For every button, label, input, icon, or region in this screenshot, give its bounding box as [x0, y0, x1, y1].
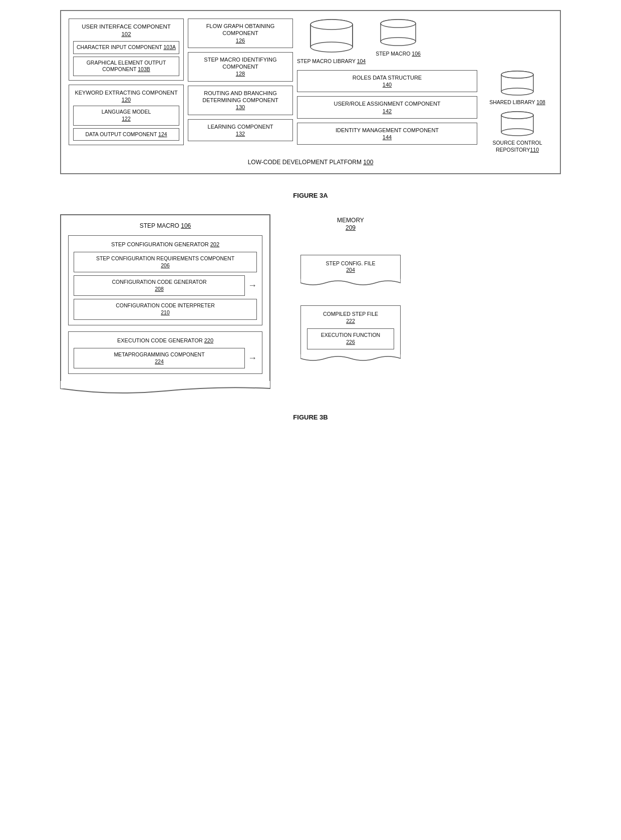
platform-label: LOW-CODE DEVELOPMENT PLATFORM 100 — [69, 159, 552, 166]
svg-point-10 — [381, 38, 416, 46]
learning-box: LEARNING COMPONENT 132 — [188, 119, 293, 142]
svg-point-4 — [310, 42, 353, 52]
char-input-box: CHARACTER INPUT COMPONENT 103A — [73, 41, 179, 54]
step-macro-library-label: STEP MACRO LIBRARY 104 — [297, 58, 366, 65]
compiled-step-outer: COMPILED STEP FILE 222 EXECUTION FUNCTIO… — [300, 305, 401, 354]
arrow-right-2: → — [248, 353, 257, 363]
fig3a-columns: USER INTERFACE COMPONENT 102 CHARACTER I… — [69, 19, 552, 154]
mid-column: FLOW GRAPH OBTAINING COMPONENT 126 STEP … — [188, 19, 293, 154]
ui-component-box: USER INTERFACE COMPONENT 102 CHARACTER I… — [69, 19, 184, 81]
shared-library-svg — [500, 70, 535, 98]
svg-point-5 — [310, 20, 353, 30]
step-config-gen-outer: STEP CONFIGURATION GENERATOR 202 STEP CO… — [68, 235, 262, 325]
step-config-file-wrapper: STEP CONFIG. FILE 204 — [300, 255, 401, 288]
memory-header: MEMORY 209 — [285, 217, 416, 232]
svg-point-16 — [501, 71, 533, 78]
step-config-wavy — [300, 279, 401, 287]
execution-func-box: EXECUTION FUNCTION 226 — [307, 328, 394, 349]
step-macro-library-container: STEP MACRO LIBRARY 104 — [297, 19, 366, 65]
arrow-right-1: → — [248, 280, 257, 291]
figure-3a: USER INTERFACE COMPONENT 102 CHARACTER I… — [60, 10, 561, 174]
step-config-req-box: STEP CONFIGURATION REQUIREMENTS COMPONEN… — [74, 252, 257, 272]
mid-right-row: ROLES DATA STRUCTURE 140 USER/ROLE ASSIG… — [297, 70, 552, 154]
shared-library-label: SHARED LIBRARY 108 — [489, 99, 545, 106]
ui-component-title: USER INTERFACE COMPONENT 102 — [73, 23, 179, 38]
execution-code-gen-outer: EXECUTION CODE GENERATOR 220 METAPROGRAM… — [68, 331, 262, 374]
step-macro-container: STEP MACRO 106 — [376, 19, 421, 58]
config-code-gen-box: CONFIGURATION CODE GENERATOR 208 — [74, 275, 245, 296]
step-macro-big-box: STEP MACRO 106 STEP CONFIGURATION GENERA… — [60, 214, 270, 381]
config-code-interp-box: CONFIGURATION CODE INTERPRETER 210 — [74, 299, 257, 319]
compiled-step-wavy — [300, 354, 401, 362]
step-macro-identifying-box: STEP MACRO IDENTIFYING COMPONENT 128 — [188, 52, 293, 82]
step-macro-cylinder-svg — [380, 19, 417, 49]
step-config-file-box: STEP CONFIG. FILE 204 — [300, 255, 401, 279]
step-macro-big-title: STEP MACRO 106 — [68, 222, 262, 229]
fig3b-content: STEP MACRO 106 STEP CONFIGURATION GENERA… — [60, 214, 561, 396]
data-output-box: DATA OUTPUT COMPONENT 124 — [73, 128, 179, 141]
svg-point-15 — [501, 88, 533, 95]
compiled-step-wrapper: COMPILED STEP FILE 222 EXECUTION FUNCTIO… — [300, 305, 401, 363]
step-macro-library-cylinder-svg — [309, 19, 354, 56]
step-config-gen-title: STEP CONFIGURATION GENERATOR 202 — [74, 241, 257, 248]
graphical-output-box: GRAPHICAL ELEMENT OUTPUT COMPONENT 103B — [73, 57, 179, 76]
config-code-gen-row: CONFIGURATION CODE GENERATOR 208 → — [74, 275, 257, 296]
right-section: STEP MACRO LIBRARY 104 — [297, 19, 552, 154]
user-role-box: USER/ROLE ASSIGNMENT COMPONENT 142 — [297, 96, 477, 119]
metaprogramming-box: METAPROGRAMMING COMPONENT 224 — [74, 348, 245, 368]
execution-code-gen-title: EXECUTION CODE GENERATOR 220 — [74, 337, 257, 344]
metaprogramming-row: METAPROGRAMMING COMPONENT 224 → — [74, 348, 257, 368]
flow-graph-box: FLOW GRAPH OBTAINING COMPONENT 126 — [188, 19, 293, 48]
source-control-svg — [500, 111, 535, 138]
memory-col: MEMORY 209 STEP CONFIG. FILE 204 — [285, 214, 416, 363]
shared-library-container: SHARED LIBRARY 108 — [489, 70, 545, 106]
svg-point-21 — [501, 112, 533, 119]
language-model-box: LANGUAGE MODEL 122 — [73, 106, 179, 125]
source-control-container: SOURCE CONTROL REPOSITORY110 — [482, 111, 552, 153]
step-macro-big-box-wrapper: STEP MACRO 106 STEP CONFIGURATION GENERA… — [60, 214, 270, 396]
libraries-col: SHARED LIBRARY 108 — [482, 70, 552, 154]
step-macro-bottom-curve — [60, 381, 270, 396]
identity-mgmt-box: IDENTITY MANAGEMENT COMPONENT 144 — [297, 123, 477, 145]
top-right-row: STEP MACRO LIBRARY 104 — [297, 19, 552, 65]
left-column: USER INTERFACE COMPONENT 102 CHARACTER I… — [69, 19, 184, 154]
step-macro-label: STEP MACRO 106 — [376, 51, 421, 58]
keyword-extracting-box: KEYWORD EXTRACTING COMPONENT 120 LANGUAG… — [69, 85, 184, 146]
routing-branching-box: ROUTING AND BRANCHING DETERMINING COMPON… — [188, 86, 293, 115]
figure-3b: STEP MACRO 106 STEP CONFIGURATION GENERA… — [60, 214, 561, 396]
roles-identity-col: ROLES DATA STRUCTURE 140 USER/ROLE ASSIG… — [297, 70, 477, 145]
svg-point-20 — [501, 129, 533, 136]
roles-data-box: ROLES DATA STRUCTURE 140 — [297, 70, 477, 93]
keyword-title: KEYWORD EXTRACTING COMPONENT 120 — [73, 89, 179, 104]
main-container: USER INTERFACE COMPONENT 102 CHARACTER I… — [10, 10, 611, 421]
figure-3b-caption: FIGURE 3B — [293, 413, 328, 421]
figure-3a-caption: FIGURE 3A — [293, 192, 328, 199]
source-control-label: SOURCE CONTROL REPOSITORY110 — [482, 140, 552, 153]
svg-point-11 — [381, 20, 416, 28]
